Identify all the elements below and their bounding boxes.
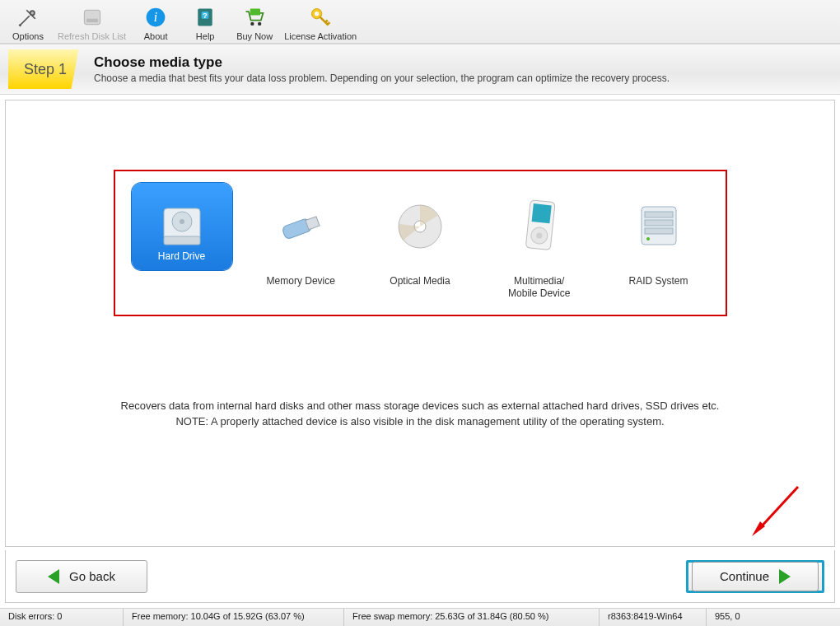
ipod-icon — [489, 183, 590, 270]
media-type-row: Hard Drive Memory Device Optical Media M… — [114, 170, 727, 316]
svg-rect-28 — [645, 228, 673, 234]
toolbar-label: About — [144, 31, 168, 41]
svg-rect-26 — [645, 212, 673, 217]
usb-stick-icon — [250, 183, 351, 270]
annotation-arrow-icon — [747, 482, 805, 540]
toolbar-help[interactable]: ? Help — [180, 3, 230, 41]
svg-line-30 — [758, 487, 798, 530]
button-label: Go back — [69, 569, 115, 583]
step-text: Choose media type Choose a media that be… — [94, 54, 670, 84]
svg-text:?: ? — [203, 11, 208, 20]
toolbar-refresh[interactable]: Refresh Disk List — [53, 3, 131, 41]
toolbar-buy[interactable]: Buy Now — [230, 3, 279, 41]
disk-refresh-icon — [80, 5, 105, 30]
svg-text:i: i — [154, 10, 157, 24]
status-build: r8363:8419-Win64 — [600, 609, 707, 626]
svg-point-0 — [30, 11, 35, 15]
svg-point-15 — [180, 219, 184, 224]
help-icon: ? — [193, 5, 217, 30]
status-free-swap: Free swap memory: 25.63G of 31.84G (80.5… — [344, 609, 600, 626]
toolbar-options[interactable]: Options — [3, 3, 53, 41]
step-title: Choose media type — [94, 54, 670, 71]
media-label: Multimedia/ Mobile Device — [508, 275, 570, 299]
toolbar-license[interactable]: License Activation — [279, 3, 362, 41]
svg-rect-16 — [164, 236, 200, 245]
status-disk-errors: Disk errors: 0 — [0, 609, 124, 626]
status-coords: 955, 0 — [707, 609, 840, 626]
cd-icon — [370, 183, 470, 270]
step-subtitle: Choose a media that best fits your data … — [94, 72, 670, 84]
button-label: Continue — [720, 569, 769, 583]
continue-button[interactable]: Continue — [692, 562, 819, 591]
svg-point-9 — [250, 22, 254, 26]
toolbar-label: Options — [12, 31, 44, 41]
toolbar-label: Refresh Disk List — [58, 31, 126, 41]
media-label: RAID System — [628, 275, 688, 287]
step-header: Step 1 Choose media type Choose a media … — [0, 44, 840, 95]
svg-point-29 — [646, 237, 650, 241]
toolbar: Options Refresh Disk List i About ? Help… — [0, 0, 840, 44]
svg-rect-2 — [86, 19, 98, 22]
media-raid[interactable]: RAID System — [607, 183, 711, 300]
options-icon — [16, 5, 40, 30]
media-memory-device[interactable]: Memory Device — [249, 183, 352, 300]
cart-icon — [242, 5, 267, 30]
media-mobile[interactable]: Multimedia/ Mobile Device — [488, 183, 591, 300]
media-optical[interactable]: Optical Media — [368, 183, 472, 300]
svg-point-10 — [258, 22, 261, 26]
media-label: Hard Drive — [158, 250, 205, 262]
media-hard-drive[interactable]: Hard Drive — [130, 183, 234, 300]
media-label: Optical Media — [390, 275, 450, 287]
go-back-button[interactable]: Go back — [16, 560, 147, 593]
svg-rect-22 — [531, 203, 551, 223]
nav-bar: Go back Continue — [5, 550, 835, 603]
step-badge: Step 1 — [8, 49, 82, 89]
toolbar-about[interactable]: i About — [131, 3, 180, 41]
arrow-right-icon — [779, 569, 791, 584]
svg-rect-8 — [250, 9, 260, 16]
raid-icon — [609, 183, 709, 270]
media-label: Memory Device — [267, 275, 335, 287]
svg-point-12 — [315, 12, 319, 16]
key-icon — [308, 5, 333, 30]
main-panel: Hard Drive Memory Device Optical Media M… — [5, 100, 835, 547]
status-free-memory: Free memory: 10.04G of 15.92G (63.07 %) — [124, 609, 344, 626]
continue-button-highlight: Continue — [686, 560, 824, 593]
status-bar: Disk errors: 0 Free memory: 10.04G of 15… — [0, 608, 840, 626]
media-description: Recovers data from internal hard disks a… — [82, 399, 758, 430]
info-icon: i — [143, 5, 168, 30]
toolbar-label: Buy Now — [236, 31, 273, 41]
svg-rect-27 — [645, 220, 673, 226]
toolbar-label: Help — [196, 31, 215, 41]
arrow-left-icon — [48, 569, 59, 584]
toolbar-label: License Activation — [284, 31, 357, 41]
